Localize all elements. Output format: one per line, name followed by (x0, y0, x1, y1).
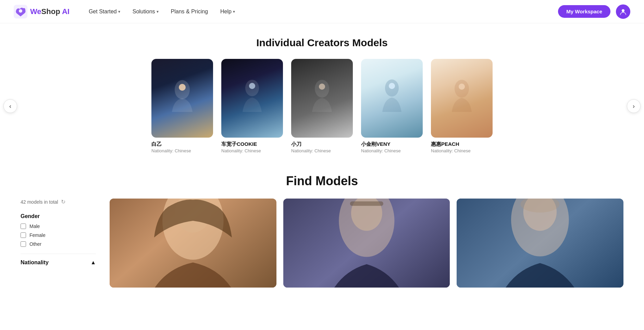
creator-image (151, 59, 213, 138)
carousel-wrapper: ‹ 白乙 Nationality: Chinese (0, 59, 644, 153)
creator-figure-icon (238, 78, 266, 119)
model-card[interactable] (283, 199, 450, 288)
chevron-up-icon: ▲ (90, 259, 96, 266)
nav-help[interactable]: Help ▾ (215, 6, 240, 17)
nationality-filter-header[interactable]: Nationality ▲ (21, 259, 96, 266)
chevron-down-icon: ▾ (157, 9, 159, 14)
model-card[interactable] (110, 199, 276, 288)
creator-name: 白乙 (151, 141, 162, 148)
logo-icon (14, 5, 27, 18)
nav-links: Get Started ▾ Solutions ▾ Plans & Pricin… (83, 6, 558, 17)
filter-divider (21, 254, 96, 254)
creator-nationality: Nationality: Chinese (151, 148, 191, 153)
model-image (457, 199, 623, 288)
svg-rect-19 (350, 201, 383, 206)
svg-point-6 (249, 83, 255, 89)
models-grid (110, 199, 623, 288)
chevron-down-icon: ▾ (233, 9, 235, 14)
find-models-section: Find Models 42 models in total ↻ Gender … (0, 174, 644, 288)
user-icon (619, 8, 627, 15)
carousel-prev-button[interactable]: ‹ (3, 99, 17, 113)
gender-male-option[interactable]: Male (21, 224, 96, 229)
svg-point-1 (19, 9, 22, 13)
find-models-layout: 42 models in total ↻ Gender Male Female (21, 199, 623, 288)
creator-image (291, 59, 353, 138)
navbar: WeShop AI Get Started ▾ Solutions ▾ Plan… (0, 0, 644, 23)
creator-nationality: Nationality: Chinese (221, 148, 261, 153)
avatar[interactable] (616, 4, 630, 19)
svg-point-10 (389, 83, 395, 89)
nav-plans-pricing[interactable]: Plans & Pricing (165, 6, 214, 17)
gender-filter-label: Gender (21, 213, 96, 219)
my-workspace-button[interactable]: My Workspace (558, 5, 610, 18)
gender-female-checkbox[interactable] (21, 232, 26, 238)
gender-female-option[interactable]: Female (21, 232, 96, 238)
creator-image (361, 59, 423, 138)
filter-sidebar: 42 models in total ↻ Gender Male Female (21, 199, 96, 288)
list-item[interactable]: 小刀 Nationality: Chinese (291, 59, 353, 153)
nav-get-started[interactable]: Get Started ▾ (83, 6, 126, 17)
model-image (283, 199, 450, 288)
carousel-next-button[interactable]: › (627, 99, 641, 113)
creator-figure-icon (448, 78, 475, 119)
creator-figure-icon (308, 78, 336, 119)
creator-image (431, 59, 493, 138)
list-item[interactable]: 惠惠PEACH Nationality: Chinese (431, 59, 493, 153)
creator-figure-icon (169, 78, 196, 119)
creator-image (221, 59, 283, 138)
creator-figure-icon (378, 78, 406, 119)
gender-male-checkbox[interactable] (21, 224, 26, 229)
creator-nationality: Nationality: Chinese (291, 148, 331, 153)
creators-section-title: Individual Creators Models (0, 37, 644, 49)
list-item[interactable]: 小金刚VENY Nationality: Chinese (361, 59, 423, 153)
find-models-title: Find Models (21, 174, 623, 188)
creator-name: 惠惠PEACH (431, 141, 459, 148)
creator-name: 小刀 (291, 141, 301, 148)
list-item[interactable]: 车宽子COOKIE Nationality: Chinese (221, 59, 283, 153)
nav-right: My Workspace (558, 4, 630, 19)
main-content: Individual Creators Models ‹ 白乙 National… (0, 23, 644, 288)
svg-point-12 (459, 84, 465, 90)
model-image (110, 199, 276, 288)
creator-nationality: Nationality: Chinese (431, 148, 471, 153)
gender-other-option[interactable]: Other (21, 241, 96, 247)
svg-point-2 (622, 9, 624, 12)
creator-name: 车宽子COOKIE (221, 141, 257, 148)
svg-point-4 (179, 84, 186, 91)
carousel-items: 白乙 Nationality: Chinese 车宽子COOKIE Nation… (21, 59, 623, 153)
nav-solutions[interactable]: Solutions ▾ (127, 6, 164, 17)
nationality-filter: Nationality ▲ (21, 259, 96, 266)
list-item[interactable]: 白乙 Nationality: Chinese (151, 59, 213, 153)
creator-nationality: Nationality: Chinese (361, 148, 401, 153)
svg-point-8 (319, 84, 325, 90)
refresh-icon[interactable]: ↻ (61, 199, 65, 205)
filter-count: 42 models in total ↻ (21, 199, 96, 205)
gender-filter: Gender Male Female Other (21, 213, 96, 247)
chevron-down-icon: ▾ (118, 9, 120, 14)
logo[interactable]: WeShop AI (14, 5, 70, 18)
creator-name: 小金刚VENY (361, 141, 391, 148)
model-card[interactable] (457, 199, 623, 288)
gender-other-checkbox[interactable] (21, 241, 26, 247)
logo-text: WeShop AI (30, 7, 70, 16)
